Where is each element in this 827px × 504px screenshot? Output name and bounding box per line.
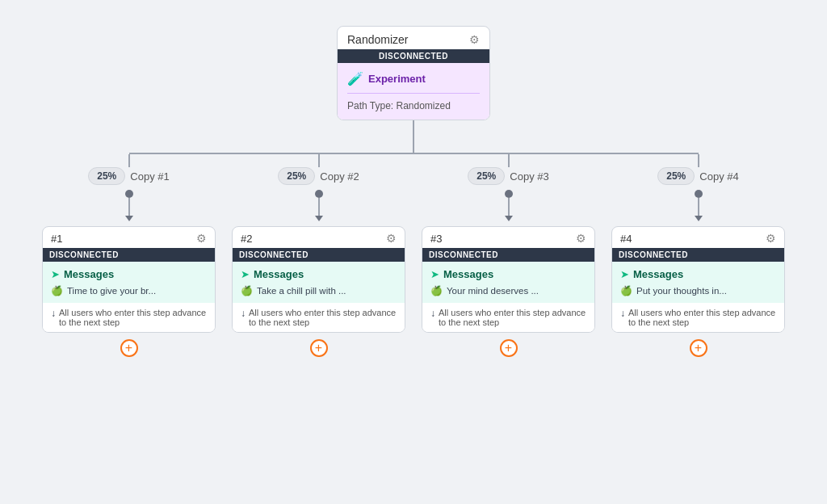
message-text-4: Put your thoughts in... <box>636 286 727 296</box>
copy-label-4: Copy #4 <box>699 170 738 183</box>
plus-button-1[interactable]: + <box>120 339 138 357</box>
advance-label-3: All users who enter this step advance to… <box>439 308 586 327</box>
small-connector-1 <box>125 190 133 221</box>
vert-connector-4 <box>698 154 699 167</box>
branch-col-4: 25% Copy #4 #4 ⚙ DISCONNECTED ➤ Messages <box>603 154 793 357</box>
step-footer-1: ↓ All users who enter this step advance … <box>43 303 215 332</box>
messages-row-1: ➤ Messages <box>51 268 207 280</box>
step-footer-4: ↓ All users who enter this step advance … <box>612 303 784 332</box>
experiment-row: 🧪 Experiment <box>347 71 480 86</box>
advance-arrow-1: ↓ <box>51 308 56 319</box>
step-body-4: ➤ Messages 🍏 Put your thoughts in... <box>612 262 784 303</box>
step-gear-icon-1[interactable]: ⚙ <box>196 232 207 245</box>
copy-row-1: 25% Copy #1 <box>88 167 169 185</box>
advance-text-3: ↓ All users who enter this step advance … <box>430 308 586 327</box>
messages-label-2: Messages <box>254 268 304 280</box>
arrow-line-2 <box>318 198 320 216</box>
randomizer-title: Randomizer <box>347 33 408 46</box>
dot-3 <box>505 190 513 198</box>
arrow-line-4 <box>698 198 699 216</box>
step-node-2: #2 ⚙ DISCONNECTED ➤ Messages 🍏 Take a ch… <box>232 226 405 333</box>
step-number-4: #4 <box>620 233 632 245</box>
apple-icon-1: 🍏 <box>51 285 63 296</box>
send-icon-3: ➤ <box>430 268 439 280</box>
advance-label-1: All users who enter this step advance to… <box>59 308 207 327</box>
message-item-4: 🍏 Put your thoughts in... <box>620 285 776 296</box>
apple-icon-2: 🍏 <box>241 285 253 296</box>
message-text-1: Time to give your br... <box>67 286 156 296</box>
step-node-3: #3 ⚙ DISCONNECTED ➤ Messages 🍏 Your mind… <box>422 226 595 333</box>
main-connector <box>413 120 414 153</box>
advance-text-4: ↓ All users who enter this step advance … <box>620 308 776 327</box>
step-body-3: ➤ Messages 🍏 Your mind deserves ... <box>422 262 594 303</box>
step-number-1: #1 <box>51 233 62 245</box>
messages-label-4: Messages <box>633 268 683 280</box>
step-gear-icon-4[interactable]: ⚙ <box>766 232 776 245</box>
copy-row-3: 25% Copy #3 <box>468 167 548 185</box>
small-connector-3 <box>505 190 513 221</box>
flask-icon: 🧪 <box>347 71 363 86</box>
step-body-1: ➤ Messages 🍏 Time to give your br... <box>43 262 215 303</box>
step-node-1: #1 ⚙ DISCONNECTED ➤ Messages 🍏 Time to g… <box>42 226 216 333</box>
branch-col-3: 25% Copy #3 #3 ⚙ DISCONNECTED ➤ Messages <box>414 154 603 357</box>
copy-label-1: Copy #1 <box>130 170 169 183</box>
path-type-label: Path Type: <box>347 100 393 111</box>
arrow-line-1 <box>128 198 130 216</box>
vert-connector-2 <box>318 154 320 167</box>
plus-button-2[interactable]: + <box>310 339 328 357</box>
percent-badge-2: 25% <box>278 167 315 185</box>
vert-connector-1 <box>128 154 130 167</box>
arrow-down-4 <box>695 216 703 221</box>
canvas: Randomizer ⚙ DISCONNECTED 🧪 Experiment P… <box>10 10 817 494</box>
plus-button-3[interactable]: + <box>500 339 518 357</box>
step-gear-icon-3[interactable]: ⚙ <box>576 232 586 245</box>
apple-icon-3: 🍏 <box>430 285 443 296</box>
message-text-3: Your mind deserves ... <box>447 286 539 296</box>
step-node-4: #4 ⚙ DISCONNECTED ➤ Messages 🍏 Put your … <box>611 226 785 333</box>
copy-row-4: 25% Copy #4 <box>657 167 738 185</box>
randomizer-header: Randomizer ⚙ <box>338 27 489 49</box>
messages-label-3: Messages <box>443 268 493 280</box>
advance-arrow-3: ↓ <box>430 308 435 319</box>
randomizer-status: DISCONNECTED <box>338 49 489 63</box>
advance-arrow-2: ↓ <box>241 308 246 319</box>
apple-icon-4: 🍏 <box>620 285 632 296</box>
send-icon-4: ➤ <box>620 268 629 280</box>
percent-badge-1: 25% <box>88 167 125 185</box>
message-text-2: Take a chill pill with ... <box>257 286 346 296</box>
percent-badge-3: 25% <box>468 167 505 185</box>
randomizer-body: 🧪 Experiment Path Type: Randomized <box>338 63 489 120</box>
step-gear-icon-2[interactable]: ⚙ <box>386 232 397 245</box>
message-item-3: 🍏 Your mind deserves ... <box>430 285 586 296</box>
send-icon-2: ➤ <box>241 268 250 280</box>
messages-row-4: ➤ Messages <box>620 268 776 280</box>
step-number-2: #2 <box>241 233 252 245</box>
step-number-3: #3 <box>430 233 442 245</box>
step-disconnected-2: DISCONNECTED <box>233 248 405 262</box>
step-disconnected-3: DISCONNECTED <box>422 248 594 262</box>
messages-row-3: ➤ Messages <box>430 268 586 280</box>
dot-1 <box>125 190 133 198</box>
step-disconnected-4: DISCONNECTED <box>612 248 784 262</box>
plus-button-4[interactable]: + <box>690 339 707 357</box>
gear-icon[interactable]: ⚙ <box>469 33 480 46</box>
divider <box>347 93 480 94</box>
branch-col-1: 25% Copy #1 #1 ⚙ DISCONNECTED ➤ Messages <box>34 154 224 357</box>
message-item-2: 🍏 Take a chill pill with ... <box>241 285 397 296</box>
copy-row-2: 25% Copy #2 <box>278 167 359 185</box>
step-header-1: #1 ⚙ <box>43 227 215 248</box>
small-connector-2 <box>315 190 323 221</box>
branch-row: 25% Copy #1 #1 ⚙ DISCONNECTED ➤ Messages <box>34 154 793 357</box>
messages-label-1: Messages <box>64 268 114 280</box>
arrow-line-3 <box>508 198 510 216</box>
arrow-down-1 <box>125 216 133 221</box>
step-header-4: #4 ⚙ <box>612 227 784 248</box>
experiment-label: Experiment <box>368 73 426 85</box>
copy-label-3: Copy #3 <box>510 170 548 183</box>
message-item-1: 🍏 Time to give your br... <box>51 285 207 296</box>
arrow-down-2 <box>315 216 323 221</box>
arrow-down-3 <box>505 216 513 221</box>
advance-arrow-4: ↓ <box>620 308 625 319</box>
path-type-value: Randomized <box>397 100 451 111</box>
vert-connector-3 <box>508 154 510 167</box>
